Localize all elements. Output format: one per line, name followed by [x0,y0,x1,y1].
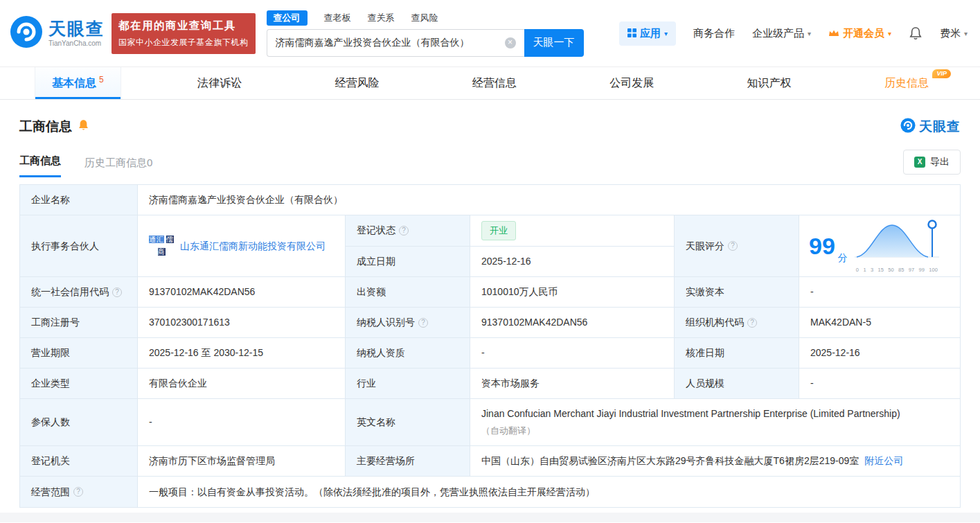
section-head: 工商信息 天眼查 [19,118,961,136]
tianyan-score-value: 99 分 013155085979 [799,215,960,276]
reg-number-label: 工商注册号 [20,308,138,337]
tab-operational-risk[interactable]: 经营风险 [318,67,395,99]
subtab-row: 工商信息 历史工商信息0 导出 [19,150,961,177]
search-tab-risk[interactable]: 查风险 [411,12,438,24]
company-name-label: 企业名称 [20,185,138,215]
table-row: 登记状态 开业 [346,215,675,247]
nav-business-cooperation[interactable]: 商务合作 [693,27,735,40]
tab-business-info[interactable]: 经营信息 [456,67,533,99]
chevron-down-icon [664,30,668,37]
partner-logo-top: 通汇 [149,236,164,243]
taxpayer-quality-label: 纳税人资质 [346,338,470,368]
tab-intellectual-property[interactable]: 知识产权 [731,67,808,99]
table-row: 统一社会信用代码 91370102MAK42DAN56 出资额 1010010万… [20,277,960,308]
tianyancha-logo-icon [10,15,43,51]
table-row: 经营范围 一般项目：以自有资金从事投资活动。（除依法须经批准的项目外，凭营业执照… [20,477,960,507]
nav-membership-label: 开通会员 [843,27,884,40]
auto-translate-note: （自动翻译） [481,424,535,438]
subtab-business-info[interactable]: 工商信息 [19,154,61,177]
search-input-wrap [267,29,524,57]
english-name-label: 英文名称 [346,399,470,445]
section-title: 工商信息 [19,118,72,136]
chevron-down-icon [888,30,891,37]
help-icon[interactable] [728,241,738,251]
clear-search-icon[interactable] [505,37,516,48]
company-name-value: 济南儒商嘉逸产业投资合伙企业（有限合伙） [138,185,960,215]
top-header: 天眼查 TianYanCha.com 都在用的商业查询工具 国家中小企业发展子基… [0,0,980,67]
reg-authority-value: 济南市历下区市场监督管理局 [138,446,346,476]
capital-label: 出资额 [346,277,470,307]
establish-date-value: 2025-12-16 [470,247,675,277]
taxpayer-quality-value: - [470,338,675,368]
help-icon[interactable] [747,318,757,328]
address-text: 中国（山东）自由贸易试验区济南片区大东路29号齐鲁科技金融大厦T6裙房2层219… [481,454,859,468]
watermark-brand-logo: 天眼查 [900,118,961,136]
taxpayer-id-value: 91370102MAK42DAN56 [470,308,675,337]
tab-basic-info-label: 基本信息 [52,76,96,91]
capital-value: 1010010万人民币 [470,277,675,307]
tab-company-development[interactable]: 公司发展 [593,67,670,99]
search-tab-relation[interactable]: 查关系 [368,12,395,24]
search-button[interactable]: 天眼一下 [524,29,584,57]
excel-icon [914,157,925,168]
tianyan-score-label: 天眼评分 [675,215,799,276]
approval-date-label: 核准日期 [675,338,799,368]
business-info-table: 企业名称 济南儒商嘉逸产业投资合伙企业（有限合伙） 执行事务合伙人 通汇 儒商 … [19,184,961,508]
score-axis-labels: 0131550859799100 [855,266,939,274]
staff-size-label: 人员规模 [675,369,799,398]
tianyancha-logo-icon [900,118,916,136]
page-bottom-strip [0,513,980,522]
help-icon[interactable] [418,318,428,328]
subscribe-bell-icon[interactable] [78,119,89,134]
registration-status-label: 登记状态 [346,215,470,246]
tianyancha-logo[interactable]: 天眼查 TianYanCha.com [10,15,105,51]
search-block: 查公司 查老板 查关系 查风险 天眼一下 [267,10,584,57]
table-row: 参保人数 - 英文名称 Jinan Confucian Merchant Jia… [20,399,960,446]
search-tab-company[interactable]: 查公司 [267,10,308,26]
search-input[interactable] [276,37,505,48]
notification-bell-icon[interactable] [909,26,923,41]
tab-history-info[interactable]: 历史信息 VIP [868,67,945,99]
subtab-history-business-info[interactable]: 历史工商信息0 [84,157,152,177]
business-term-value: 2025-12-16 至 2030-12-15 [138,338,346,368]
company-section-tabs: 基本信息 5 法律诉讼 经营风险 经营信息 公司发展 知识产权 历史信息 VIP [0,67,980,100]
tab-history-label: 历史信息 [884,76,929,91]
search-tab-boss[interactable]: 查老板 [324,12,351,24]
apps-grid-icon [627,28,636,39]
approval-date-value: 2025-12-16 [799,338,960,368]
help-icon[interactable] [112,287,122,297]
table-row: 营业期限 2025-12-16 至 2030-12-15 纳税人资质 - 核准日… [20,338,960,369]
top-nav: 应用 商务合作 企业级产品 开通会员 费米 [619,21,968,46]
main-address-label: 主要经营场所 [346,446,470,476]
reg-number-value: 370102300171613 [138,308,346,337]
score-number: 99 [809,234,835,258]
tab-count-badge: 5 [99,75,104,85]
promo-line2: 国家中小企业发展子基金旗下机构 [118,37,249,48]
nav-enterprise-products[interactable]: 企业级产品 [752,27,811,40]
export-button[interactable]: 导出 [903,150,961,175]
table-row: 企业类型 有限合伙企业 行业 资本市场服务 人员规模 - [20,369,960,399]
nearby-companies-link[interactable]: 附近公司 [864,454,903,468]
help-icon[interactable] [399,226,409,236]
brand-name: 天眼查 [48,19,105,39]
export-label: 导出 [930,156,950,168]
business-scope-value: 一般项目：以自有资金从事投资活动。（除依法须经批准的项目外，凭营业执照依法自主开… [138,477,960,507]
tab-basic-info[interactable]: 基本信息 5 [35,67,121,99]
promo-line1: 都在用的商业查询工具 [118,19,249,33]
establish-date-label: 成立日期 [346,247,470,277]
paid-capital-label: 实缴资本 [675,277,799,307]
registration-status-value: 开业 [470,215,675,246]
org-code-label: 组织机构代码 [675,308,799,337]
partner-company-link[interactable]: 山东通汇儒商新动能投资有限公司 [180,239,326,253]
executive-partner-label: 执行事务合伙人 [20,215,138,276]
status-date-column: 登记状态 开业 成立日期 2025-12-16 [346,215,675,276]
brand-domain: TianYanCha.com [48,39,105,47]
staff-size-value: - [799,369,960,398]
nav-user-menu[interactable]: 费米 [940,27,968,40]
company-type-value: 有限合伙企业 [138,369,346,398]
english-name-text: Jinan Confucian Merchant Jiayi Industria… [481,407,900,421]
nav-open-membership[interactable]: 开通会员 [828,27,891,40]
help-icon[interactable] [73,487,83,497]
nav-apps[interactable]: 应用 [619,21,676,46]
tab-legal-proceedings[interactable]: 法律诉讼 [181,67,258,99]
